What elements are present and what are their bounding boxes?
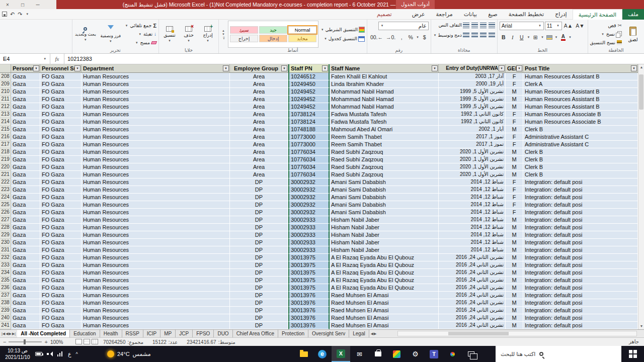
column-header-employee-group[interactable]: Employee Group▼ <box>230 64 288 73</box>
cell[interactable]: 30013976 <box>288 322 330 329</box>
cell[interactable]: Raed Subhi Zaqzouq <box>330 148 439 156</box>
column-header-staff-name[interactable]: Staff Name▼ <box>330 64 439 73</box>
cell[interactable]: 10773000 <box>288 133 330 141</box>
cell[interactable]: FO Gaza <box>40 216 82 224</box>
sort-filter-button[interactable]: فرز وتصفية▾ <box>100 21 122 48</box>
hidden-icons-chevron[interactable]: ^ <box>76 351 78 356</box>
cell[interactable]: Gaza <box>11 307 40 314</box>
merge-center-button[interactable]: دمج وتوسيط▾ <box>433 32 469 39</box>
cell[interactable]: Integration: default posi <box>523 314 638 322</box>
taskbar-app-teams[interactable]: T <box>425 346 443 362</box>
ribbon-tab-data[interactable]: بيانات <box>458 9 483 20</box>
row-number[interactable]: 209 <box>0 80 11 88</box>
formula-input[interactable]: 10212383 <box>64 54 644 64</box>
cell[interactable]: Gaza <box>11 269 40 277</box>
cell[interactable]: Human Resources <box>82 163 230 171</box>
cell[interactable]: M <box>506 246 523 254</box>
cell[interactable]: Human Resources <box>82 194 230 201</box>
cell[interactable]: Human Resources <box>82 156 230 163</box>
row-number[interactable]: 214 <box>0 118 11 126</box>
scroll-up-icon[interactable]: ▲ <box>638 64 644 70</box>
cell[interactable]: DP <box>230 178 288 186</box>
cell[interactable]: Area <box>230 171 288 178</box>
align-center-icon[interactable] <box>480 33 487 38</box>
row-number[interactable]: 229 <box>0 231 11 239</box>
cell[interactable]: Clerk B <box>523 156 638 163</box>
vertical-scrollbar[interactable]: ▲ ▼ <box>638 64 644 329</box>
cell[interactable]: أيار 19, 2000 <box>439 80 506 88</box>
cell[interactable]: Integration: default posi <box>523 231 638 239</box>
cell[interactable]: شباط 12, 2014 <box>439 194 506 201</box>
conditional-formatting-button[interactable]: التنسيق الشرطي▾ <box>320 26 365 34</box>
cell[interactable]: Linda Ibrahim Khader <box>330 80 439 88</box>
cell[interactable]: F <box>506 133 523 141</box>
cell[interactable]: DP <box>230 314 288 322</box>
cell[interactable]: FO Gaza <box>40 231 82 239</box>
cell[interactable]: Gaza <box>11 163 40 171</box>
cell[interactable]: Integration: default posi <box>523 216 638 224</box>
cell[interactable]: DP <box>230 239 288 246</box>
accounting-format-button[interactable]: $ <box>421 33 429 42</box>
cell[interactable]: Area <box>230 148 288 156</box>
cell[interactable]: DP <box>230 186 288 194</box>
ribbon-tab-review[interactable]: مراجعة <box>431 9 458 20</box>
cell[interactable]: FO Gaza <box>40 103 82 111</box>
cell[interactable]: Area <box>230 118 288 126</box>
cell[interactable]: M <box>506 254 523 261</box>
cell[interactable]: FO Gaza <box>40 148 82 156</box>
increase-decimal-button[interactable]: .0→ <box>385 33 396 42</box>
cell[interactable]: Area <box>230 133 288 141</box>
cell[interactable]: Clerk B <box>523 148 638 156</box>
sheet-tab-all-not-completed[interactable]: All -Not Completed <box>17 329 70 337</box>
cell[interactable]: 10738124 <box>288 118 330 126</box>
font-name-combobox[interactable]: Arial▾ <box>500 22 544 30</box>
cell[interactable]: Integration: default posi <box>523 209 638 216</box>
cell[interactable]: M <box>506 103 523 111</box>
cell[interactable]: Amani Sami Dababish <box>330 209 439 216</box>
cell[interactable]: Hisham Nabil Jaber <box>330 246 439 254</box>
cell[interactable]: تشرين الأول 1, 2020 <box>439 163 506 171</box>
cell[interactable]: Human Resources <box>82 186 230 194</box>
cell[interactable]: Clerk B <box>523 171 638 178</box>
cell[interactable]: Integration: default posi <box>523 186 638 194</box>
cell[interactable]: FO Gaza <box>40 194 82 201</box>
normal-view-icon[interactable] <box>75 339 82 344</box>
autosum-button[interactable]: Σجمع تلقائي▾ <box>125 22 156 29</box>
cell[interactable]: M <box>506 284 523 292</box>
sheet-tab-chief-area-office[interactable]: Chief Area Office <box>233 330 278 337</box>
cell[interactable]: Raed Muhsen El Amasi <box>330 299 439 307</box>
cell[interactable]: Integration: default posi <box>523 246 638 254</box>
cell[interactable]: 10776034 <box>288 171 330 178</box>
cell-style-سيئ[interactable]: سيئ <box>230 26 258 34</box>
cell[interactable]: 30002932 <box>288 209 330 216</box>
column-header-department[interactable]: Department▼ <box>82 64 230 73</box>
cell[interactable]: Integration: default posi <box>523 277 638 284</box>
ribbon-tab-page-layout[interactable]: تخطيط الصفحة <box>503 9 550 20</box>
fill-color-button[interactable] <box>545 33 553 42</box>
cell[interactable]: Integration: default posi <box>523 322 638 329</box>
row-number[interactable]: 233 <box>0 261 11 269</box>
cell[interactable]: Hisham Nabil Jaber <box>330 239 439 246</box>
cell[interactable]: FO Gaza <box>40 186 82 194</box>
cell[interactable]: 30013975 <box>288 269 330 277</box>
cell[interactable]: FO Gaza <box>40 73 82 80</box>
cell[interactable]: Clerk B <box>523 163 638 171</box>
cell[interactable]: Gaza <box>11 111 40 118</box>
cell[interactable]: FO Gaza <box>40 156 82 163</box>
cell[interactable]: Gaza <box>11 133 40 141</box>
row-number[interactable]: 226 <box>0 209 11 216</box>
filter-dropdown-icon[interactable]: ▼ <box>516 65 522 71</box>
row-number[interactable]: 220 <box>0 163 11 171</box>
cell[interactable]: FO Gaza <box>40 314 82 322</box>
cell[interactable]: Gaza <box>11 148 40 156</box>
first-sheet-icon[interactable]: |◀ <box>2 332 5 336</box>
cell[interactable]: Human Resources <box>82 118 230 126</box>
tabs-right-icon[interactable]: ▶ <box>374 332 376 336</box>
filter-dropdown-icon[interactable]: ▼ <box>322 65 328 71</box>
ribbon-tab-design[interactable]: تصميم <box>371 9 397 20</box>
cell[interactable]: Gaza <box>11 292 40 299</box>
cell[interactable]: 10249452 <box>288 96 330 103</box>
cell[interactable]: تموز 1, 2017 <box>439 141 506 148</box>
filter-dropdown-icon[interactable]: ▼ <box>223 65 229 71</box>
cell[interactable]: Amani Sami Dababish <box>330 201 439 209</box>
